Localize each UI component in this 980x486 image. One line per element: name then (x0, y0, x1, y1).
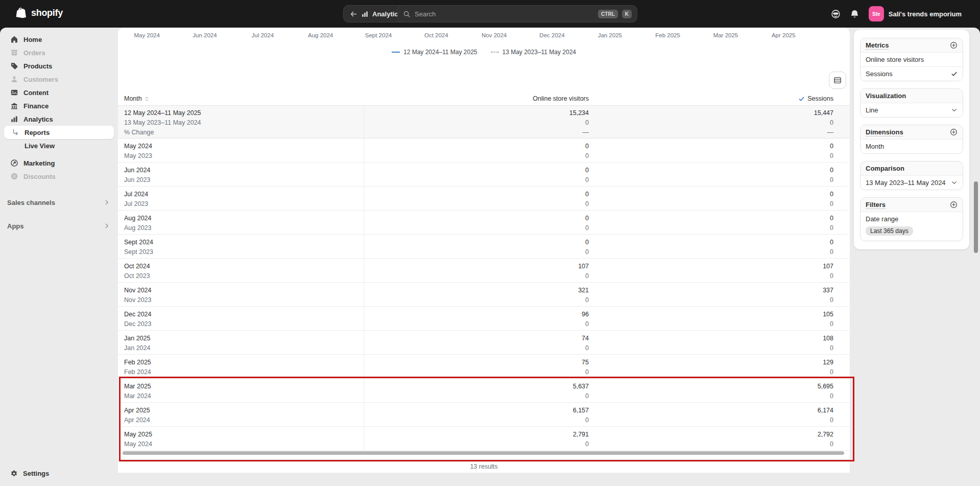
table-row[interactable]: Mar 2025 Mar 2024 5,637 0 5,695 0 (118, 379, 850, 403)
search-input[interactable]: Search CTRL K (397, 5, 637, 22)
sidebar-group-sales-channels[interactable]: Sales channels (4, 195, 114, 210)
column-header-visitors[interactable]: Online store visitors (364, 95, 589, 102)
topbar: shopify Analytics Search CTRL K Ste Sali… (0, 0, 980, 28)
row-compare-month: Mar 2024 (124, 391, 364, 401)
discounts-icon (10, 172, 18, 180)
sidebar-item-settings[interactable]: Settings (4, 467, 114, 480)
row-change-label: % Change (124, 128, 364, 137)
metric-online-store-visitors[interactable]: Online store visitors (861, 53, 963, 66)
row-sessions-value: 6,174 (589, 406, 833, 415)
sidebar-item-marketing[interactable]: Marketing (4, 156, 114, 170)
x-axis-label: Nov 2024 (465, 32, 523, 38)
row-visitors-compare-value: 0 (364, 118, 589, 128)
row-month: Dec 2024 (124, 310, 364, 319)
sidebar-item-analytics[interactable]: Analytics (4, 112, 114, 126)
visualization-card: Visualization Line (860, 88, 963, 118)
table-row[interactable]: Jan 2025 Jan 2024 74 0 108 0 (118, 331, 850, 355)
row-sessions-value: 0 (589, 166, 833, 175)
sidebar-group-apps[interactable]: Apps (4, 219, 114, 233)
metrics-title: Metrics (866, 41, 889, 49)
column-header-month[interactable]: Month (118, 95, 364, 102)
row-sessions-value: 15,447 (589, 108, 833, 118)
row-visitors-value: 96 (364, 310, 589, 319)
comparison-title: Comparison (866, 165, 904, 172)
row-compare-month: Feb 2024 (124, 367, 364, 377)
finance-icon (10, 102, 18, 110)
vertical-scrollbar[interactable] (974, 181, 978, 253)
sidebar-item-discounts[interactable]: Discounts (4, 170, 114, 183)
metric-sessions[interactable]: Sessions (861, 66, 963, 81)
add-dimension-icon[interactable] (950, 128, 958, 136)
column-header-sessions[interactable]: Sessions (589, 95, 850, 102)
add-filter-icon[interactable] (950, 201, 958, 209)
row-month: Oct 2024 (124, 262, 364, 271)
visualization-select[interactable]: Line (861, 103, 963, 117)
row-sessions-value: 2,792 (589, 430, 833, 439)
filter-value-pill[interactable]: Last 365 days (866, 226, 913, 236)
shopify-logo[interactable]: shopify (15, 7, 63, 19)
sidebar-item-live-view[interactable]: Live View (4, 139, 114, 152)
x-axis-label: Jan 2025 (581, 32, 639, 38)
row-visitors-compare-value: 0 (364, 439, 589, 449)
store-avatar[interactable]: Ste (869, 6, 884, 21)
row-sessions-compare-value: 0 (589, 415, 833, 425)
row-sessions-compare-value: 0 (589, 343, 833, 353)
sidebar-item-reports[interactable]: Reports (4, 126, 114, 139)
x-axis-label: Sept 2024 (349, 32, 407, 38)
results-count: 13 results (118, 459, 850, 473)
table-row[interactable]: Sept 2024 Sept 2023 0 0 0 0 (118, 235, 850, 259)
table-row[interactable]: Aug 2024 Aug 2023 0 0 0 0 (118, 211, 850, 235)
table-row[interactable]: Oct 2024 Oct 2023 107 0 107 0 (118, 259, 850, 283)
row-compare-month: Oct 2023 (124, 271, 364, 281)
sidebar-item-finance[interactable]: Finance (4, 99, 114, 112)
table-row[interactable]: May 2025 May 2024 2,791 0 2,792 0 (118, 427, 850, 451)
shopify-bag-icon (15, 7, 28, 19)
solid-line-swatch (392, 52, 400, 53)
sidebar-item-home[interactable]: Home (4, 33, 114, 46)
row-visitors-compare-value: 0 (364, 319, 589, 329)
table-row[interactable]: Dec 2024 Dec 2023 96 0 105 0 (118, 307, 850, 331)
table-row[interactable]: Nov 2024 Nov 2023 321 0 337 0 (118, 283, 850, 307)
row-visitors-compare-value: 0 (364, 175, 589, 185)
notifications-bell-icon[interactable] (850, 9, 859, 19)
filter-field-label: Date range (866, 215, 958, 223)
table-row[interactable]: May 2024 May 2023 0 0 0 0 (118, 138, 850, 163)
sort-icon[interactable] (144, 96, 150, 102)
row-month: Sept 2024 (124, 238, 364, 247)
add-metric-icon[interactable] (950, 41, 958, 49)
sidebar-item-products[interactable]: Products (4, 59, 114, 73)
horizontal-scrollbar[interactable] (123, 451, 844, 455)
chevron-right-icon (104, 223, 110, 229)
row-sessions-compare-value: 0 (589, 391, 833, 401)
row-visitors-compare-value: 0 (364, 367, 589, 377)
comparison-select[interactable]: 13 May 2023–11 May 2024 (861, 176, 963, 190)
legend-current-period[interactable]: 12 May 2024–11 May 2025 (392, 49, 477, 56)
table-row[interactable]: Jun 2024 Jun 2023 0 0 0 0 (118, 163, 850, 187)
table-row[interactable]: Feb 2025 Feb 2024 75 0 129 0 (118, 355, 850, 379)
home-icon (10, 35, 18, 43)
sidebar-item-content[interactable]: Content (4, 86, 114, 99)
row-visitors-compare-value: 0 (364, 415, 589, 425)
row-month: May 2025 (124, 430, 364, 439)
row-sessions-value: 337 (589, 286, 833, 295)
row-visitors-value: 321 (364, 286, 589, 295)
sidebar-item-orders[interactable]: Orders (4, 46, 114, 59)
table-row[interactable]: Jul 2024 Jul 2023 0 0 0 0 (118, 187, 850, 211)
row-visitors-value: 5,637 (364, 382, 589, 391)
row-sessions-compare-value: 0 (589, 439, 833, 449)
table-view-toggle-button[interactable] (829, 72, 846, 89)
sidebar-item-customers[interactable]: Customers (4, 73, 114, 86)
store-menu[interactable]: Ste Sali's trends emporium (869, 6, 962, 21)
legend-comparison-period[interactable]: 13 May 2023–11 May 2024 (491, 49, 577, 56)
row-visitors-compare-value: 0 (364, 223, 589, 233)
sidekick-icon[interactable] (831, 9, 841, 19)
table-row[interactable]: 12 May 2024–11 May 2025 13 May 2023–11 M… (118, 106, 850, 138)
row-visitors-value: 0 (364, 238, 589, 247)
table-row[interactable]: Apr 2025 Apr 2024 6,157 0 6,174 0 (118, 403, 850, 427)
back-arrow-icon[interactable] (350, 10, 357, 18)
row-visitors-value: 0 (364, 166, 589, 175)
row-visitors-value: 0 (364, 142, 589, 151)
row-compare-month: Apr 2024 (124, 415, 364, 425)
chevron-down-icon (951, 107, 958, 113)
dimension-month[interactable]: Month (861, 140, 963, 153)
